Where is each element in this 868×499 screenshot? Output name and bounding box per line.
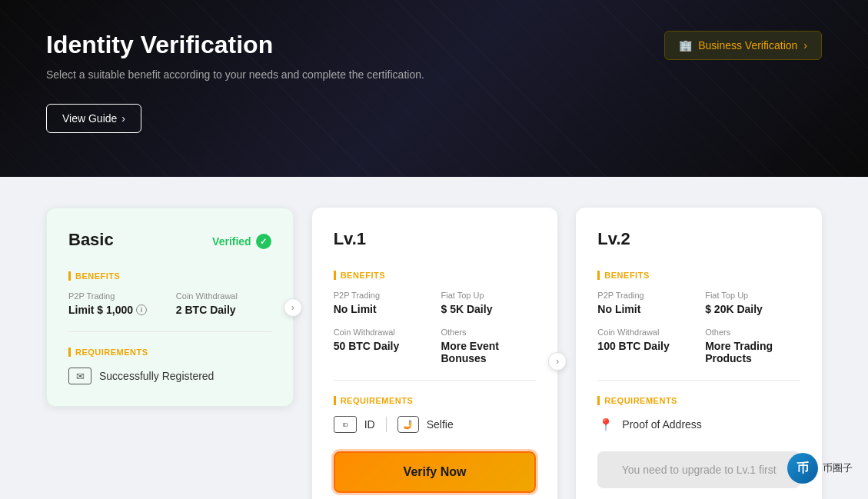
watermark-text: 币圈子 (823, 461, 853, 475)
lv1-card-title: Lv.1 (334, 229, 366, 249)
chevron-right-icon: › (803, 39, 807, 52)
lv2-requirements-label: Requirements (597, 396, 800, 405)
verified-badge: Verified ✓ (212, 234, 271, 249)
basic-requirements: Requirements ✉ Successfully Registered (68, 348, 271, 384)
upgrade-required-button: You need to upgrade to Lv.1 first (597, 451, 800, 488)
lv1-benefits-label: Benefits (334, 271, 537, 280)
benefit-item: Fiat Top Up $ 20K Daily (705, 291, 800, 315)
basic-requirements-label: Requirements (68, 348, 271, 357)
basic-card: Basic Verified ✓ Benefits P2P Trading Li… (46, 208, 294, 407)
benefit-item: Coin Withdrawal 100 BTC Daily (597, 328, 693, 364)
business-verification-button[interactable]: 🏢 Business Verification › (664, 31, 822, 60)
lv1-card: Lv.1 Benefits P2P Trading No Limit Fiat … (312, 208, 558, 499)
page-subtitle: Select a suitable benefit according to y… (46, 68, 822, 81)
lv1-requirements: Requirements ID ID 🤳 Selfie (334, 396, 537, 433)
building-icon: 🏢 (679, 39, 692, 52)
requirement-item: 📍 Proof of Address (597, 416, 800, 433)
basic-benefits-grid: P2P Trading Limit $ 1,000 i Coin Withdra… (68, 291, 271, 316)
divider (386, 417, 387, 432)
basic-card-title: Basic (68, 230, 114, 250)
lv1-benefits-grid: P2P Trading No Limit Fiat Top Up $ 5K Da… (334, 291, 537, 364)
requirement-item: ID ID 🤳 Selfie (334, 416, 537, 433)
benefit-item: Coin Withdrawal 2 BTC Daily (176, 291, 271, 316)
view-guide-button[interactable]: View Guide › (46, 104, 141, 133)
watermark: 币 币圈子 (787, 453, 853, 484)
header-banner: Identity Verification Select a suitable … (0, 0, 868, 177)
lv1-requirements-label: Requirements (334, 396, 537, 405)
basic-benefits-label: Benefits (68, 271, 271, 281)
location-pin-icon: 📍 (597, 416, 614, 433)
envelope-icon: ✉ (68, 368, 91, 384)
benefit-item: Coin Withdrawal 50 BTC Daily (334, 328, 429, 364)
next-arrow-button[interactable]: › (284, 298, 302, 317)
chevron-right-icon: › (121, 112, 125, 125)
selfie-icon: 🤳 (397, 416, 419, 433)
benefit-item: Fiat Top Up $ 5K Daily (441, 291, 537, 315)
benefit-item: Others More Trading Products (705, 328, 800, 364)
next-arrow-button[interactable]: › (548, 352, 567, 371)
info-icon[interactable]: i (136, 304, 147, 315)
requirement-item: ✉ Successfully Registered (68, 368, 271, 384)
lv2-card-title: Lv.2 (597, 229, 630, 249)
verified-checkmark-icon: ✓ (256, 234, 271, 249)
benefit-item: Others More Event Bonuses (441, 328, 537, 364)
id-card-icon: ID (334, 416, 357, 433)
lv2-benefits-grid: P2P Trading No Limit Fiat Top Up $ 20K D… (597, 291, 800, 364)
lv2-card: Lv.2 Benefits P2P Trading No Limit Fiat … (576, 208, 822, 499)
benefit-item: P2P Trading Limit $ 1,000 i (68, 291, 164, 316)
cards-section: Basic Verified ✓ Benefits P2P Trading Li… (0, 177, 868, 499)
watermark-logo: 币 (787, 453, 818, 484)
lv2-benefits-label: Benefits (597, 271, 800, 280)
benefit-item: P2P Trading No Limit (597, 291, 693, 315)
lv2-requirements: Requirements 📍 Proof of Address (597, 396, 800, 433)
verify-now-button[interactable]: Verify Now (334, 451, 537, 493)
benefit-item: P2P Trading No Limit (334, 291, 429, 315)
